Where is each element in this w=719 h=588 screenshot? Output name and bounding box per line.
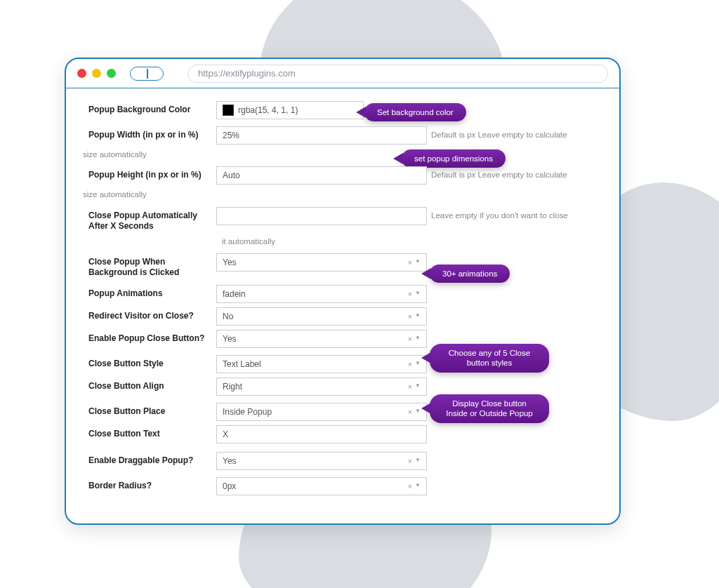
chevron-down-icon: ×▼: [408, 312, 421, 321]
label-bg-click: Close Popup When Background is Clicked: [83, 253, 216, 278]
select-animations[interactable]: fadein ×▼: [216, 285, 427, 303]
nav-toggle-icon[interactable]: [130, 67, 164, 81]
value-width: 25%: [223, 131, 239, 140]
select-draggable[interactable]: Yes ×▼: [216, 452, 427, 470]
label-width: Popup Width (in px or in %): [83, 126, 216, 140]
close-window-icon[interactable]: [77, 69, 86, 78]
hint-auto-close-below: it automatically: [222, 236, 602, 248]
select-bg-click[interactable]: Yes ×▼: [216, 253, 427, 272]
hint-height-below: size automatically: [83, 189, 602, 201]
value-animations: fadein: [223, 289, 246, 299]
label-redirect: Redirect Visitor on Close?: [83, 307, 216, 321]
input-width[interactable]: 25%: [216, 126, 427, 145]
label-close-place: Close Button Place: [83, 403, 216, 417]
input-bg-color[interactable]: rgba(15, 4, 1, 1): [216, 101, 364, 119]
input-auto-close[interactable]: [216, 207, 427, 225]
value-close-align: Right: [223, 382, 242, 392]
chevron-down-icon: ×▼: [408, 335, 421, 343]
label-draggable: Enable Draggable Popup?: [83, 452, 216, 466]
label-bg-color: Popup Background Color: [83, 101, 216, 115]
browser-titlebar: https://extifyplugins.com: [66, 59, 619, 88]
value-radius: 0px: [223, 481, 236, 491]
label-close-text: Close Button Text: [83, 425, 216, 439]
label-enable-close: Enable Popup Close Button?: [83, 330, 216, 344]
label-radius: Border Radius?: [83, 477, 216, 491]
minimize-window-icon[interactable]: [92, 69, 101, 78]
value-bg-color: rgba(15, 4, 1, 1): [238, 105, 298, 115]
chevron-down-icon: ×▼: [408, 482, 421, 490]
chevron-down-icon: ×▼: [408, 360, 421, 368]
settings-form: Popup Background Color rgba(15, 4, 1, 1)…: [66, 88, 619, 523]
label-auto-close: Close Popup Automatically After X Second…: [83, 207, 216, 232]
input-height[interactable]: Auto: [216, 166, 427, 185]
chevron-down-icon: ×▼: [408, 457, 421, 465]
hint-width: Default is px Leave empty to calculate: [427, 126, 567, 145]
value-height: Auto: [223, 171, 240, 180]
select-enable-close[interactable]: Yes ×▼: [216, 330, 427, 348]
traffic-lights: [77, 69, 116, 78]
maximize-window-icon[interactable]: [107, 69, 116, 78]
url-text: https://extifyplugins.com: [198, 68, 296, 79]
hint-auto-close: Leave empty if you don't want to close: [427, 207, 568, 225]
callout-bg-color: Set background color: [364, 103, 466, 121]
chevron-down-icon: ×▼: [408, 258, 421, 267]
value-close-place: Inside Popup: [223, 407, 272, 417]
chevron-down-icon: ×▼: [408, 382, 421, 391]
value-redirect: No: [223, 312, 233, 321]
callout-close-place: Display Close button Inside or Outside P…: [430, 394, 549, 423]
value-bg-click: Yes: [223, 258, 237, 267]
value-draggable: Yes: [223, 456, 237, 466]
label-animations: Popup Animations: [83, 285, 216, 299]
url-bar[interactable]: https://extifyplugins.com: [187, 65, 608, 83]
value-close-text: X: [223, 429, 228, 439]
browser-window: https://extifyplugins.com Popup Backgrou…: [65, 58, 621, 525]
input-close-text[interactable]: X: [216, 425, 427, 443]
callout-animations: 30+ animations: [430, 265, 510, 283]
callout-close-style: Choose any of 5 Close button styles: [430, 344, 549, 373]
select-redirect[interactable]: No ×▼: [216, 307, 427, 326]
label-height: Popup Height (in px or in %): [83, 166, 216, 180]
callout-dimensions: set popup dimensions: [402, 149, 506, 168]
select-close-align[interactable]: Right ×▼: [216, 377, 427, 396]
label-close-style: Close Button Style: [83, 355, 216, 369]
value-enable-close: Yes: [223, 334, 237, 344]
select-close-place[interactable]: Inside Popup ×▼: [216, 403, 427, 421]
label-close-align: Close Button Align: [83, 377, 216, 392]
color-swatch-icon: [223, 105, 234, 116]
chevron-down-icon: ×▼: [408, 290, 421, 298]
chevron-down-icon: ×▼: [408, 408, 421, 416]
value-close-style: Text Label: [223, 359, 261, 369]
select-radius[interactable]: 0px ×▼: [216, 477, 427, 495]
hint-width-below: size automatically: [83, 149, 602, 161]
select-close-style[interactable]: Text Label ×▼: [216, 355, 427, 373]
hint-height: Default is px Leave empty to calculate: [427, 166, 567, 185]
